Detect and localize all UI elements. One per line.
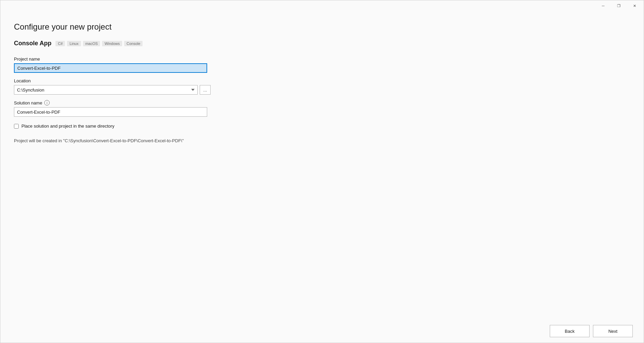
main-window: ─ ❐ ✕ Configure your new project Console… bbox=[0, 0, 644, 343]
location-group: Location C:\Syncfusion ... bbox=[14, 78, 225, 95]
minimize-button[interactable]: ─ bbox=[595, 0, 611, 11]
solution-name-input[interactable] bbox=[14, 107, 207, 117]
form-section: Project name Location C:\Syncfusion ... … bbox=[14, 56, 225, 143]
project-name-group: Project name bbox=[14, 56, 225, 73]
same-directory-label[interactable]: Place solution and project in the same d… bbox=[21, 124, 114, 129]
project-path-info: Project will be created in "C:\Syncfusio… bbox=[14, 138, 225, 143]
project-name-label: Project name bbox=[14, 56, 225, 62]
back-button[interactable]: Back bbox=[550, 325, 590, 337]
page-content: Configure your new project Console App C… bbox=[0, 11, 644, 320]
location-row: C:\Syncfusion ... bbox=[14, 85, 225, 95]
page-title: Configure your new project bbox=[14, 22, 630, 32]
tag-macos: macOS bbox=[83, 41, 100, 46]
app-type-row: Console App C# Linux macOS Windows Conso… bbox=[14, 40, 630, 47]
browse-button[interactable]: ... bbox=[200, 85, 211, 95]
solution-name-label: Solution name i bbox=[14, 100, 225, 105]
same-directory-checkbox[interactable] bbox=[14, 124, 19, 129]
tag-csharp: C# bbox=[55, 41, 65, 46]
location-label: Location bbox=[14, 78, 225, 83]
close-button[interactable]: ✕ bbox=[627, 0, 642, 11]
solution-name-group: Solution name i bbox=[14, 100, 225, 117]
app-type-name: Console App bbox=[14, 40, 51, 47]
next-button[interactable]: Next bbox=[593, 325, 633, 337]
project-name-input[interactable] bbox=[14, 63, 207, 73]
tag-windows: Windows bbox=[102, 41, 122, 46]
tag-console: Console bbox=[124, 41, 143, 46]
title-bar: ─ ❐ ✕ bbox=[0, 0, 644, 11]
tag-linux: Linux bbox=[67, 41, 81, 46]
location-select[interactable]: C:\Syncfusion bbox=[14, 85, 198, 95]
same-directory-row: Place solution and project in the same d… bbox=[14, 124, 225, 129]
restore-button[interactable]: ❐ bbox=[611, 0, 627, 11]
info-icon: i bbox=[44, 100, 50, 105]
footer: Back Next bbox=[0, 320, 644, 343]
